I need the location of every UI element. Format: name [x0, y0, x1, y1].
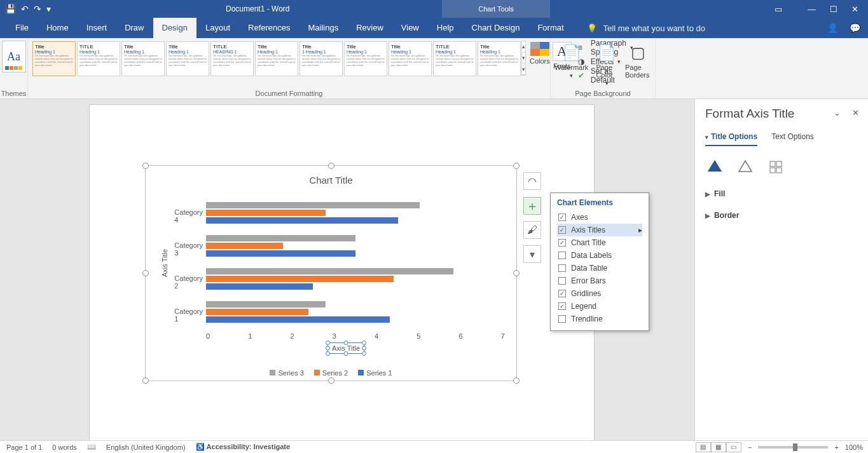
x-axis-title-selected[interactable]: Axis Title: [327, 342, 364, 354]
chart-element-axes[interactable]: ✓Axes: [557, 211, 642, 224]
chart-element-data-labels[interactable]: Data Labels: [557, 249, 642, 262]
print-layout-icon[interactable]: ▦: [711, 442, 726, 452]
comments-icon[interactable]: 💬: [850, 23, 860, 33]
accessibility-indicator[interactable]: ♿ Accessibility: Investigate: [196, 443, 291, 451]
chart-element-chart-title[interactable]: ✓Chart Title: [557, 236, 642, 249]
bar-series3[interactable]: [206, 202, 420, 208]
bar-series2[interactable]: [206, 309, 308, 315]
style-set-thumb[interactable]: TITLEHeading 1On the insert tab, the gal…: [433, 41, 476, 76]
style-set-thumb[interactable]: TitleHeading 1On the insert tab, the gal…: [255, 41, 298, 76]
view-buttons[interactable]: ▤▦▭: [696, 442, 741, 452]
zoom-in-icon[interactable]: +: [834, 443, 838, 451]
tab-design[interactable]: Design: [153, 18, 196, 38]
resize-handle[interactable]: [513, 270, 520, 276]
bar-series3[interactable]: [206, 268, 453, 274]
zoom-level[interactable]: 100%: [845, 443, 863, 451]
tab-home[interactable]: Home: [38, 18, 78, 38]
chart-element-data-table[interactable]: Data Table: [557, 262, 642, 274]
pane-tab-text-options[interactable]: Text Options: [771, 132, 814, 146]
effects-icon[interactable]: [736, 158, 755, 177]
pane-tab-title-options[interactable]: ▾Title Options: [705, 132, 757, 146]
tab-references[interactable]: References: [239, 18, 299, 38]
chart-plot-area[interactable]: Category 4Category 3Category 2Category 1: [206, 194, 505, 331]
page-indicator[interactable]: Page 1 of 1: [6, 443, 42, 451]
tell-me-search[interactable]: 💡 Tell me what you want to do: [587, 24, 705, 33]
minimize-icon[interactable]: ―: [808, 4, 816, 14]
tab-layout[interactable]: Layout: [196, 18, 239, 38]
tab-file[interactable]: File: [6, 18, 38, 38]
bar-series3[interactable]: [206, 235, 355, 241]
read-mode-icon[interactable]: ▤: [696, 442, 711, 452]
style-set-scroll[interactable]: ▴▾▾: [521, 41, 526, 76]
y-axis-title[interactable]: Axis Title: [161, 249, 169, 277]
style-set-thumb[interactable]: TITLEHeading 1On the insert tab, the gal…: [77, 41, 120, 76]
tab-insert[interactable]: Insert: [78, 18, 116, 38]
undo-icon[interactable]: ↶: [21, 4, 29, 14]
word-count[interactable]: 0 words: [52, 443, 77, 451]
style-set-thumb[interactable]: TitleHeading 1On the insert tab, the gal…: [389, 41, 432, 76]
style-set-thumb[interactable]: TitleHeading 1On the insert tab, the gal…: [478, 41, 521, 76]
tab-draw[interactable]: Draw: [116, 18, 153, 38]
ribbon-display-icon[interactable]: ▭: [775, 4, 782, 14]
resize-handle[interactable]: [142, 377, 149, 384]
resize-handle[interactable]: [328, 163, 334, 169]
chart-styles-button[interactable]: 🖌: [523, 221, 541, 239]
legend-item[interactable]: Series 2: [314, 369, 348, 377]
style-set-thumb[interactable]: TitleHeading 1On the insert tab, the gal…: [121, 41, 165, 76]
style-set-thumb[interactable]: TitleHeading 1On the insert tab, the gal…: [32, 41, 76, 76]
size-properties-icon[interactable]: [766, 158, 785, 177]
layout-options-button[interactable]: ◠: [523, 172, 541, 190]
tab-mailings[interactable]: Mailings: [300, 18, 348, 38]
resize-handle[interactable]: [142, 163, 149, 169]
chart-element-error-bars[interactable]: Error Bars: [557, 274, 642, 287]
share-icon[interactable]: 👤: [827, 23, 838, 33]
bar-series1[interactable]: [206, 250, 355, 257]
watermark-button[interactable]: 📄Watermark▾: [555, 43, 588, 86]
bar-series3[interactable]: [206, 301, 326, 308]
chart-object[interactable]: Chart Title Axis Title Category 4Categor…: [145, 165, 517, 381]
language-indicator[interactable]: English (United Kingdom): [106, 443, 186, 451]
page-borders-button[interactable]: ▢Page Borders: [625, 43, 651, 86]
resize-handle[interactable]: [513, 377, 520, 384]
legend-item[interactable]: Series 1: [358, 369, 392, 377]
style-set-thumb[interactable]: Title1 Heading 1On the insert tab, the g…: [300, 41, 343, 76]
chart-element-trendline[interactable]: Trendline: [557, 313, 642, 325]
chart-element-axis-titles[interactable]: ✓Axis Titles▸: [557, 224, 642, 236]
pane-section-border[interactable]: ▶Border: [705, 211, 858, 220]
maximize-icon[interactable]: ☐: [830, 4, 837, 14]
tab-review[interactable]: Review: [347, 18, 392, 38]
chart-filters-button[interactable]: ▾: [523, 245, 541, 263]
resize-handle[interactable]: [513, 163, 520, 169]
legend-item[interactable]: Series 3: [270, 369, 303, 377]
page-color-button[interactable]: 📄Page Color▾: [596, 43, 617, 86]
tab-help[interactable]: Help: [428, 18, 463, 38]
pane-close-icon[interactable]: ✕: [852, 108, 859, 118]
colors-button[interactable]: [530, 42, 549, 56]
zoom-slider[interactable]: [758, 446, 828, 449]
style-set-thumb[interactable]: TitleHeading 1On the insert tab, the gal…: [166, 41, 209, 76]
zoom-out-icon[interactable]: −: [748, 443, 752, 451]
tab-chart-design[interactable]: Chart Design: [463, 18, 529, 38]
close-icon[interactable]: ✕: [851, 4, 858, 14]
themes-button[interactable]: Aa: [2, 41, 26, 72]
style-sets-gallery[interactable]: TitleHeading 1On the insert tab, the gal…: [32, 41, 521, 78]
tab-format[interactable]: Format: [528, 18, 572, 38]
resize-handle[interactable]: [142, 270, 149, 276]
chart-title[interactable]: Chart Title: [146, 175, 516, 186]
bar-series2[interactable]: [206, 210, 326, 216]
web-layout-icon[interactable]: ▭: [726, 442, 741, 452]
chart-legend[interactable]: Series 3Series 2Series 1: [146, 369, 516, 377]
pane-options-icon[interactable]: ⌄: [834, 108, 841, 118]
spell-check-icon[interactable]: 📖: [87, 443, 96, 451]
bar-series2[interactable]: [206, 243, 283, 249]
redo-icon[interactable]: ↷: [34, 4, 41, 14]
bar-series1[interactable]: [206, 316, 390, 323]
qat-more-icon[interactable]: ▾: [46, 4, 51, 14]
resize-handle[interactable]: [328, 377, 334, 384]
save-icon[interactable]: 💾: [5, 4, 16, 14]
chart-elements-button[interactable]: ＋: [523, 197, 541, 215]
style-set-thumb[interactable]: TITLEHEADING 1On the insert tab, the gal…: [210, 41, 254, 76]
fill-line-icon[interactable]: [705, 158, 724, 177]
chart-element-legend[interactable]: ✓Legend: [557, 300, 642, 313]
chart-element-gridlines[interactable]: ✓Gridlines: [557, 287, 642, 300]
